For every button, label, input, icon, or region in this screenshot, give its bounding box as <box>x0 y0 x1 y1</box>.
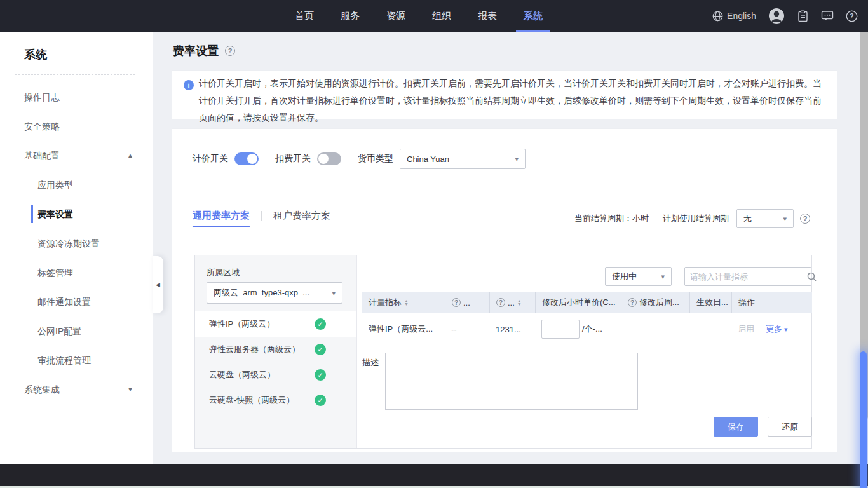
region-select-value: 两级云_arm_type3-qxp_... <box>214 287 309 299</box>
search-icon[interactable] <box>807 272 817 281</box>
planned-cycle-select[interactable]: 无 ▾ <box>736 209 794 228</box>
reset-button[interactable]: 还原 <box>768 417 812 437</box>
column-header-metric[interactable]: 计量指标 ▲▼ <box>362 292 445 313</box>
region-item-label: 云硬盘（两级云） <box>209 370 275 379</box>
sidebar-item-public-ip-config[interactable]: 公网IP配置 <box>32 316 153 346</box>
description-textarea[interactable] <box>385 353 638 410</box>
sidebar-item-approval-flow[interactable]: 审批流程管理 <box>32 346 153 375</box>
column-help-icon[interactable]: ? <box>496 298 505 307</box>
check-circle-icon: ✓ <box>315 344 326 355</box>
enable-button[interactable]: 启用 <box>738 323 754 335</box>
region-item-elastic-ip[interactable]: 弹性IP（两级云） ✓ <box>195 311 356 337</box>
region-item-label: 云硬盘-快照（两级云） <box>209 395 294 405</box>
sidebar-group-system-integration[interactable]: 系统集成 ▼ <box>0 375 153 404</box>
sidebar-item-app-types[interactable]: 应用类型 <box>32 170 153 200</box>
nav-item-system[interactable]: 系统 <box>524 0 543 32</box>
nav-item-reports[interactable]: 报表 <box>478 0 497 32</box>
region-item-ecs[interactable]: 弹性云服务器（两级云） ✓ <box>195 337 356 362</box>
column-label: ... <box>463 298 470 308</box>
top-navigation-bar: 首页 服务 资源 组织 报表 系统 English ? <box>0 0 868 32</box>
footer-bar <box>0 464 868 486</box>
region-item-evs-snapshot[interactable]: 云硬盘-快照（两级云） ✓ <box>195 388 356 413</box>
region-select[interactable]: 两级云_arm_type3-qxp_... ▾ <box>207 282 342 304</box>
sidebar-group-basic-config[interactable]: 基础配置 ▲ <box>0 141 153 170</box>
help-icon[interactable]: ? <box>846 10 858 22</box>
column-header-effective-date[interactable]: 生效日... <box>689 292 731 313</box>
column-help-icon[interactable]: ? <box>628 298 637 307</box>
sidebar-menu: 操作日志 安全策略 基础配置 ▲ 应用类型 费率设置 资源冷冻期设置 标签管理 … <box>0 83 153 404</box>
sidebar-item-resource-freeze[interactable]: 资源冷冻期设置 <box>32 229 153 258</box>
billing-cycle-info: 当前结算周期： 小时 计划使用结算周期 无 ▾ ? <box>574 209 810 228</box>
sidebar-group-label: 系统集成 <box>24 384 60 395</box>
language-label: English <box>727 11 756 21</box>
sidebar-group-label: 基础配置 <box>24 151 60 161</box>
sort-icon[interactable]: ▲▼ <box>517 299 522 306</box>
save-button[interactable]: 保存 <box>714 417 758 437</box>
sort-icon[interactable]: ▲▼ <box>404 299 409 306</box>
table-row: 弹性IP（两级云... -- 1231... /个-... 启用 更多 ▾ <box>362 313 812 346</box>
region-item-label: 弹性IP（两级云） <box>209 319 275 329</box>
column-header-hour-price[interactable]: 修改后小时单价(C... <box>535 292 621 313</box>
region-item-evs[interactable]: 云硬盘（两级云） ✓ <box>195 362 356 388</box>
chevron-down-icon: ▾ <box>783 215 787 223</box>
status-filter-select[interactable]: 使用中 ▾ <box>605 267 672 286</box>
toggle-knob <box>318 154 329 164</box>
column-label: 计量指标 <box>369 297 402 308</box>
billing-switch-toggle[interactable] <box>234 152 259 165</box>
sidebar-item-tag-management[interactable]: 标签管理 <box>32 258 153 287</box>
collapse-left-icon: ◀ <box>156 281 160 288</box>
rate-plan-panel: 所属区域 两级云_arm_type3-qxp_... ▾ 弹性IP（两级云） ✓… <box>194 255 812 449</box>
message-icon[interactable] <box>821 10 834 22</box>
check-circle-icon: ✓ <box>315 369 326 381</box>
chevron-down-icon: ▼ <box>127 375 133 404</box>
column-help-icon[interactable]: ? <box>452 298 461 307</box>
info-icon: i <box>184 80 194 90</box>
more-button[interactable]: 更多 ▾ <box>766 323 788 335</box>
sidebar-collapse-handle[interactable]: ◀ <box>153 256 163 313</box>
avatar[interactable] <box>768 8 785 24</box>
sidebar-submenu: 应用类型 费率设置 资源冷冻期设置 标签管理 邮件通知设置 公网IP配置 审批流… <box>32 170 153 375</box>
edge-highlight-bar[interactable] <box>860 351 867 488</box>
sidebar-item-security-policy[interactable]: 安全策略 <box>0 112 153 141</box>
sidebar-item-operation-logs[interactable]: 操作日志 <box>0 83 153 112</box>
unit-price-input[interactable] <box>541 320 580 339</box>
cell-period-price-new <box>621 313 689 346</box>
globe-icon <box>712 11 723 22</box>
current-cycle-value: 小时 <box>632 213 649 224</box>
sidebar: 系统 操作日志 安全策略 基础配置 ▲ 应用类型 费率设置 资源冷冻期设置 标签… <box>0 32 153 464</box>
nav-item-home[interactable]: 首页 <box>295 0 314 32</box>
language-switcher[interactable]: English <box>712 11 756 22</box>
table-header: 计量指标 ▲▼ ? ... ? ... ▲▼ 修改后小时单价(C... ? <box>362 292 812 313</box>
currency-select[interactable]: China Yuan ▾ <box>400 149 526 169</box>
check-circle-icon: ✓ <box>315 395 326 406</box>
unit-suffix: /个-... <box>582 323 602 335</box>
sidebar-item-rate-settings[interactable]: 费率设置 <box>32 200 153 229</box>
tab-tenant-rate-plan[interactable]: 租户费率方案 <box>273 210 330 227</box>
nav-item-services[interactable]: 服务 <box>341 0 360 32</box>
column-header-period-price[interactable]: ? 修改后周... <box>621 292 689 313</box>
topbar-right-cluster: English ? <box>712 0 858 32</box>
page-help-icon[interactable]: ? <box>225 46 235 56</box>
nav-item-resources[interactable]: 资源 <box>386 0 405 32</box>
sidebar-item-email-notification[interactable]: 邮件通知设置 <box>32 287 153 316</box>
clipboard-icon[interactable] <box>797 10 809 22</box>
column-header-3[interactable]: ? ... ▲▼ <box>489 292 535 313</box>
chevron-down-icon: ▾ <box>332 289 336 297</box>
metric-search-input[interactable] <box>685 272 807 281</box>
cell-current-period-price: 1231... <box>489 313 535 346</box>
toggle-knob <box>247 154 257 164</box>
planned-cycle-value: 无 <box>743 213 752 224</box>
plan-tabs: 通用费率方案 租户费率方案 <box>193 210 330 227</box>
check-circle-icon: ✓ <box>315 318 326 330</box>
cell-current-hour-price: -- <box>445 313 489 346</box>
sidebar-divider <box>15 74 135 75</box>
planned-cycle-label: 计划使用结算周期 <box>663 213 729 224</box>
billing-switch-label: 计价开关 <box>193 153 228 165</box>
nav-item-organization[interactable]: 组织 <box>432 0 451 32</box>
currency-type-label: 货币类型 <box>358 153 393 165</box>
cell-unit-price: /个-... <box>535 313 621 346</box>
column-header-2[interactable]: ? ... <box>445 292 489 313</box>
cycle-help-icon[interactable]: ? <box>800 214 810 224</box>
deduction-switch-toggle[interactable] <box>317 152 341 165</box>
tab-general-rate-plan[interactable]: 通用费率方案 <box>193 210 250 227</box>
